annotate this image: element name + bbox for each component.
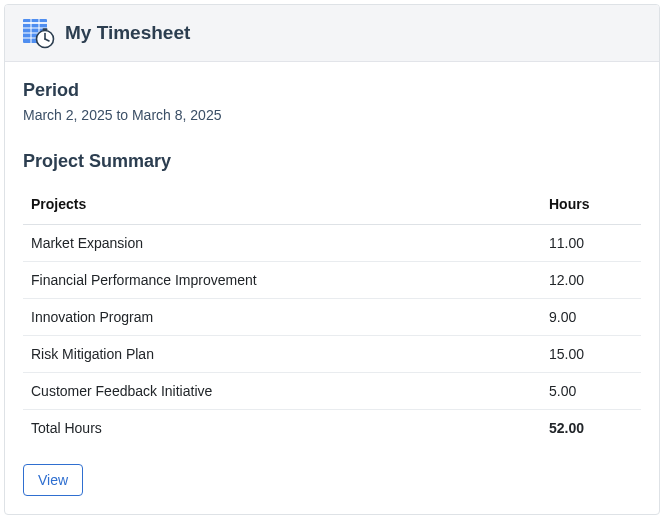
card-body: Period March 2, 2025 to March 8, 2025 Pr… [5, 62, 659, 514]
table-body: Market Expansion 11.00 Financial Perform… [23, 225, 641, 447]
timesheet-icon [23, 19, 53, 47]
table-row: Risk Mitigation Plan 15.00 [23, 336, 641, 373]
project-name: Innovation Program [23, 299, 541, 336]
project-hours: 12.00 [541, 262, 641, 299]
project-name: Market Expansion [23, 225, 541, 262]
period-range: March 2, 2025 to March 8, 2025 [23, 107, 641, 123]
card-title: My Timesheet [65, 22, 190, 44]
project-summary-title: Project Summary [23, 151, 641, 172]
project-name: Risk Mitigation Plan [23, 336, 541, 373]
project-hours: 9.00 [541, 299, 641, 336]
project-name: Customer Feedback Initiative [23, 373, 541, 410]
project-hours: 5.00 [541, 373, 641, 410]
table-row: Financial Performance Improvement 12.00 [23, 262, 641, 299]
total-label: Total Hours [23, 410, 541, 447]
svg-rect-1 [23, 22, 47, 24]
table-row: Market Expansion 11.00 [23, 225, 641, 262]
table-row: Innovation Program 9.00 [23, 299, 641, 336]
timesheet-card: My Timesheet Period March 2, 2025 to Mar… [4, 4, 660, 515]
project-name: Financial Performance Improvement [23, 262, 541, 299]
period-label: Period [23, 80, 641, 101]
project-hours: 11.00 [541, 225, 641, 262]
card-header: My Timesheet [5, 5, 659, 62]
project-summary-table: Projects Hours Market Expansion 11.00 Fi… [23, 186, 641, 446]
project-hours: 15.00 [541, 336, 641, 373]
table-total-row: Total Hours 52.00 [23, 410, 641, 447]
view-button[interactable]: View [23, 464, 83, 496]
total-hours: 52.00 [541, 410, 641, 447]
table-header-row: Projects Hours [23, 186, 641, 225]
table-row: Customer Feedback Initiative 5.00 [23, 373, 641, 410]
col-header-projects: Projects [23, 186, 541, 225]
col-header-hours: Hours [541, 186, 641, 225]
svg-rect-10 [43, 28, 48, 30]
svg-rect-5 [30, 19, 32, 43]
